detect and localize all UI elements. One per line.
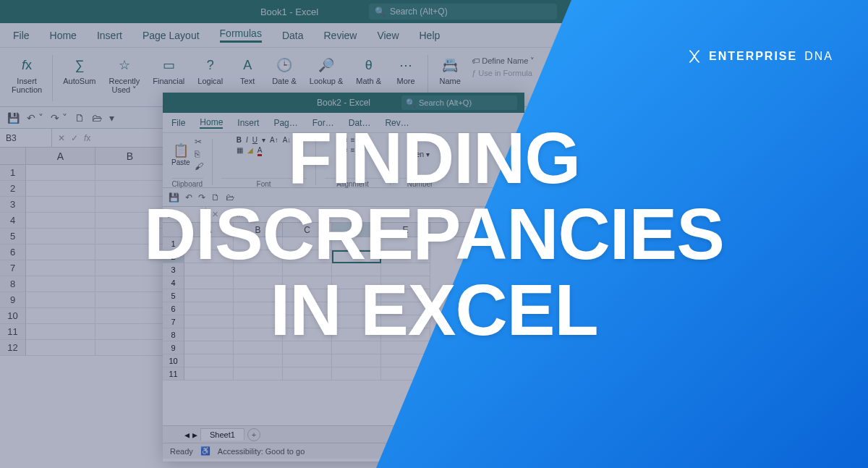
menu-file[interactable]: File	[171, 118, 185, 128]
cell[interactable]	[234, 315, 283, 328]
cell[interactable]	[283, 289, 332, 302]
borders-button[interactable]: ▦	[237, 146, 243, 156]
menu-page-layout[interactable]: Page Layout	[142, 30, 200, 41]
row-header[interactable]: 6	[163, 302, 184, 315]
cell[interactable]	[184, 341, 234, 354]
cell[interactable]	[95, 165, 165, 181]
cell[interactable]	[381, 263, 430, 276]
menu-data[interactable]: Dat…	[349, 118, 371, 128]
cell[interactable]	[184, 237, 234, 250]
cell[interactable]	[332, 354, 381, 367]
row-header[interactable]: 2	[0, 181, 26, 197]
undo-button[interactable]: ↶ ˅	[27, 112, 43, 124]
column-header-a[interactable]: A	[26, 148, 95, 164]
cell[interactable]	[332, 237, 381, 250]
row-header[interactable]: 12	[0, 340, 26, 356]
cell[interactable]	[381, 250, 430, 263]
row-header[interactable]: 5	[0, 229, 26, 244]
row-header[interactable]: 10	[163, 354, 184, 367]
font-color-button[interactable]: A	[258, 146, 263, 156]
cell[interactable]	[26, 308, 95, 324]
row-header[interactable]: 1	[0, 165, 26, 181]
number-format-dropdown[interactable]: Gen ▾	[410, 150, 430, 158]
cell[interactable]	[95, 308, 165, 324]
menu-home[interactable]: Home	[200, 117, 223, 129]
redo-button[interactable]: ↷	[198, 192, 205, 203]
undo-button[interactable]: ↶	[185, 192, 192, 203]
cell[interactable]	[184, 263, 234, 276]
menu-review[interactable]: Rev…	[385, 118, 409, 128]
dropdown-icon[interactable]: ▾	[109, 112, 114, 124]
row-header[interactable]: 7	[0, 260, 26, 276]
cell[interactable]	[26, 181, 95, 197]
cell[interactable]	[95, 213, 165, 229]
scroll-right-icon[interactable]: ▸	[192, 429, 197, 441]
cell[interactable]	[283, 354, 332, 367]
cut-icon[interactable]: ✂	[195, 137, 203, 147]
add-sheet-button[interactable]: +	[247, 428, 260, 441]
cell[interactable]	[95, 292, 165, 308]
font-size-dropdown[interactable]: ▾	[262, 136, 265, 144]
menu-view[interactable]: View	[377, 30, 399, 41]
cell[interactable]	[184, 354, 234, 367]
cell[interactable]	[234, 237, 283, 250]
cell[interactable]	[95, 197, 165, 213]
cell[interactable]	[381, 367, 430, 380]
logical-button[interactable]: ? Logical	[192, 52, 229, 88]
row-header[interactable]: 2	[163, 250, 184, 263]
new-file-icon[interactable]: 🗋	[211, 192, 220, 203]
cell[interactable]	[332, 276, 381, 289]
row-header[interactable]: 10	[0, 308, 26, 324]
enter-icon[interactable]: ✓	[71, 133, 78, 143]
cell[interactable]	[26, 244, 95, 260]
cell[interactable]	[381, 341, 430, 354]
menu-review[interactable]: Review	[324, 30, 357, 41]
cell[interactable]	[26, 165, 95, 181]
cell[interactable]	[184, 250, 234, 263]
row-header[interactable]: 3	[0, 197, 26, 213]
cell[interactable]	[381, 328, 430, 341]
name-box[interactable]: B3	[0, 129, 52, 147]
cell[interactable]	[332, 367, 381, 380]
more-functions-button[interactable]: ⋯ More	[388, 52, 423, 88]
cell[interactable]	[26, 276, 95, 292]
sheet-tab-1[interactable]: Sheet1	[200, 428, 244, 441]
cell[interactable]	[26, 213, 95, 229]
underline-button[interactable]: U	[252, 136, 258, 144]
new-file-icon[interactable]: 🗋	[75, 112, 85, 124]
cell[interactable]	[234, 263, 283, 276]
cell[interactable]	[283, 367, 332, 380]
cell[interactable]	[283, 250, 332, 263]
menu-formulas[interactable]: Formulas	[220, 27, 262, 43]
cell[interactable]	[332, 263, 381, 276]
cancel-icon[interactable]: ✕	[58, 133, 65, 143]
autosum-button[interactable]: ∑ AutoSum	[57, 52, 101, 88]
copy-icon[interactable]: ⎘	[195, 149, 203, 159]
search-bar[interactable]: 🔍 Search (Alt+Q)	[401, 95, 517, 110]
row-header[interactable]: 5	[163, 289, 184, 302]
cell[interactable]	[332, 302, 381, 315]
save-icon[interactable]: 💾	[169, 192, 179, 203]
cell[interactable]	[283, 302, 332, 315]
bold-button[interactable]: B	[237, 136, 242, 144]
cell[interactable]	[95, 244, 165, 260]
cell[interactable]	[234, 250, 283, 263]
column-header-b[interactable]: B	[95, 148, 165, 164]
align-right-icon[interactable]: ≡	[358, 146, 362, 154]
use-in-formula-button[interactable]: ƒ Use in Formula	[472, 69, 535, 77]
cell[interactable]	[26, 292, 95, 308]
column-header-a[interactable]: A	[184, 223, 234, 237]
menu-formulas[interactable]: For…	[312, 118, 334, 128]
lookup-button[interactable]: 🔎 Lookup &	[304, 52, 349, 88]
cell[interactable]	[283, 315, 332, 328]
decrease-font-icon[interactable]: A↓	[283, 136, 292, 144]
date-time-button[interactable]: 🕒 Date &	[266, 52, 302, 88]
redo-button[interactable]: ↷ ˅	[51, 112, 67, 124]
math-button[interactable]: θ Math &	[350, 52, 387, 88]
save-icon[interactable]: 💾	[7, 112, 20, 124]
align-left-icon[interactable]: ≡	[344, 146, 348, 154]
cell[interactable]	[184, 276, 234, 289]
column-header-e[interactable]: E	[381, 223, 430, 237]
scroll-left-icon[interactable]: ◂	[184, 429, 190, 441]
row-header[interactable]: 9	[163, 341, 184, 354]
